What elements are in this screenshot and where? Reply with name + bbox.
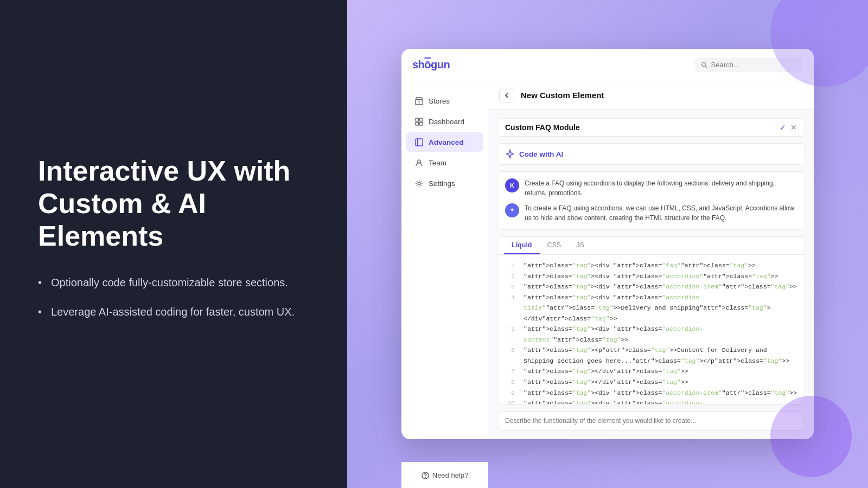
code-tabs: Liquid CSS JS bbox=[497, 237, 805, 255]
svg-rect-7 bbox=[419, 122, 423, 125]
app-header: shōgun bbox=[401, 49, 814, 81]
element-name-row: ✓ ✕ bbox=[497, 118, 805, 137]
svg-point-11 bbox=[418, 182, 420, 185]
ai-prompt-input[interactable] bbox=[505, 417, 797, 425]
app-logo: shōgun bbox=[412, 59, 450, 71]
user-message-text: Create a FAQ using accordions to display… bbox=[525, 178, 797, 198]
user-avatar: K bbox=[505, 178, 519, 192]
hero-title: Interactive UX with Custom & AI Elements bbox=[38, 155, 309, 252]
advanced-icon bbox=[414, 138, 423, 146]
main-content: New Custom Element ✓ ✕ bbox=[488, 81, 814, 439]
grid-icon bbox=[414, 117, 423, 126]
code-line: 7 "attr">class="tag"></div"attr">class="… bbox=[504, 366, 798, 377]
code-line: 9 "attr">class="tag"><div "attr">class="… bbox=[504, 388, 798, 399]
svg-rect-5 bbox=[419, 118, 423, 121]
element-name-input[interactable] bbox=[505, 123, 775, 132]
sidebar-advanced-label: Advanced bbox=[429, 138, 464, 146]
cancel-icon[interactable]: ✕ bbox=[790, 123, 797, 132]
bullet-list: Optionally code fully-customizable store… bbox=[38, 274, 309, 320]
code-line: 5 "attr">class="tag"><div "attr">class="… bbox=[504, 324, 798, 345]
sidebar-item-advanced[interactable]: Advanced bbox=[406, 132, 483, 152]
search-icon bbox=[701, 61, 708, 69]
chat-area: K Create a FAQ using accordions to displ… bbox=[497, 171, 805, 230]
svg-point-0 bbox=[702, 62, 706, 66]
sidebar-item-dashboard[interactable]: Dashboard bbox=[406, 112, 483, 131]
sidebar-settings-label: Settings bbox=[429, 179, 455, 188]
code-body: 1"attr">class="tag"><div "attr">class="f… bbox=[497, 255, 805, 404]
left-content: Interactive UX with Custom & AI Elements… bbox=[38, 155, 309, 332]
ai-code-row[interactable]: Code with AI bbox=[497, 143, 805, 165]
bullet-item: Leverage AI-assisted coding for faster, … bbox=[38, 304, 309, 320]
top-bar: New Custom Element bbox=[488, 81, 814, 110]
code-line: 3 "attr">class="tag"><div "attr">class="… bbox=[504, 281, 798, 292]
chat-message-user: K Create a FAQ using accordions to displ… bbox=[505, 178, 797, 198]
store-icon bbox=[414, 97, 423, 105]
sidebar-team-label: Team bbox=[429, 159, 446, 167]
tab-liquid[interactable]: Liquid bbox=[504, 237, 540, 254]
code-line: 4 "attr">class="tag"><div "attr">class="… bbox=[504, 292, 798, 324]
element-editor: ✓ ✕ Code with AI bbox=[488, 110, 814, 439]
tab-js[interactable]: JS bbox=[569, 237, 592, 254]
sidebar-stores-label: Stores bbox=[429, 97, 450, 105]
chat-message-ai: To create a FAQ using accordions, we can… bbox=[505, 203, 797, 223]
sidebar-item-team[interactable]: Team bbox=[406, 153, 483, 172]
sidebar-dashboard-label: Dashboard bbox=[429, 118, 464, 126]
svg-point-10 bbox=[417, 159, 420, 163]
code-line: 10 "attr">class="tag"><div "attr">class=… bbox=[504, 398, 798, 404]
bullet-item: Optionally code fully-customizable store… bbox=[38, 274, 309, 291]
user-icon bbox=[414, 158, 423, 167]
code-editor: Liquid CSS JS 1"attr">class="tag"><div "… bbox=[497, 236, 805, 404]
blob-decoration-2 bbox=[770, 396, 852, 477]
sparkle-icon bbox=[505, 149, 515, 159]
confirm-icon[interactable]: ✓ bbox=[780, 123, 786, 132]
ai-code-label: Code with AI bbox=[519, 150, 563, 158]
code-line: 6 "attr">class="tag"><p"attr">class="tag… bbox=[504, 345, 798, 366]
svg-line-1 bbox=[705, 66, 707, 67]
app-window: shōgun bbox=[401, 49, 814, 439]
gear-icon bbox=[414, 179, 423, 188]
sidebar-item-settings[interactable]: Settings bbox=[406, 174, 483, 193]
code-line: 2 "attr">class="tag"><div "attr">class="… bbox=[504, 271, 798, 282]
svg-rect-8 bbox=[415, 138, 422, 145]
sidebar-item-stores[interactable]: Stores bbox=[406, 91, 483, 111]
ai-avatar bbox=[505, 203, 519, 217]
tab-css[interactable]: CSS bbox=[540, 237, 569, 254]
ai-message-text: To create a FAQ using accordions, we can… bbox=[525, 203, 797, 223]
ai-input-area[interactable] bbox=[497, 411, 805, 431]
code-line: 8 "attr">class="tag"></div"attr">class="… bbox=[504, 377, 798, 388]
svg-rect-4 bbox=[415, 118, 418, 121]
code-line: 1"attr">class="tag"><div "attr">class="f… bbox=[504, 260, 798, 271]
left-panel: Interactive UX with Custom & AI Elements… bbox=[0, 0, 347, 488]
sidebar: Stores Dashboard bbox=[401, 81, 488, 439]
right-panel: shōgun bbox=[347, 0, 868, 488]
svg-rect-6 bbox=[415, 122, 418, 125]
page-title: New Custom Element bbox=[521, 91, 604, 100]
app-body: Stores Dashboard bbox=[401, 81, 814, 439]
back-button[interactable] bbox=[499, 88, 514, 103]
